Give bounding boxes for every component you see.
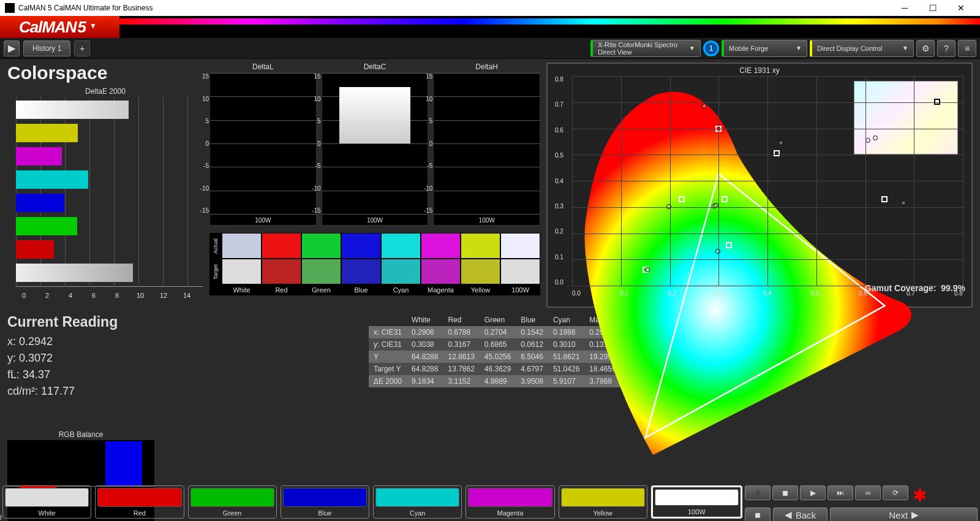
tab-history-1[interactable]: History 1 <box>23 40 70 56</box>
swatch-target-blue <box>341 259 381 284</box>
gamut-coverage: Gamut Coverage: 99.9% <box>865 283 965 293</box>
settings-button[interactable]: ⚙ <box>916 40 935 57</box>
cie-panel: CIE 1931 xy 0.00.10.20.30.40.50.60.70.8 … <box>546 63 973 308</box>
deltae-bar-yellow <box>16 124 78 142</box>
reading-count-badge[interactable]: 1 <box>703 40 719 56</box>
window-title: CalMAN 5 CalMAN Ultimate for Business <box>18 4 153 12</box>
stop-button[interactable]: ◼ <box>772 485 798 500</box>
app-icon <box>5 3 15 13</box>
window-titlebar: CalMAN 5 CalMAN Ultimate for Business ─ … <box>0 0 980 16</box>
play-controls: ◾ ◼ ▶ ⏭ ∞ ⟳ ✱ ◼ ◀ Back Next ▶ <box>745 485 978 519</box>
page-title: Colorspace <box>7 63 203 83</box>
chevron-down-icon: ▼ <box>689 45 695 52</box>
cie-inset <box>854 81 958 154</box>
deltae-bar-magenta <box>16 147 62 165</box>
close-button[interactable]: ✕ <box>947 0 975 16</box>
spectrum-bar <box>119 18 980 25</box>
delta-panel: DeltaL 151050-5-10-15100W DeltaC 151050-… <box>209 63 540 308</box>
rgb-bar-B <box>105 441 142 486</box>
deltae-bar-100w <box>16 264 133 282</box>
swatch-button-cyan[interactable]: Cyan <box>373 485 462 519</box>
deltae-title: DeltaE 2000 <box>7 87 203 96</box>
swatch-target-yellow <box>461 259 500 284</box>
swatch-target-white <box>222 259 262 284</box>
deltae-bar-cyan <box>16 170 88 189</box>
swatch-button-red[interactable]: Red <box>95 485 184 519</box>
brand-logo[interactable]: CalMAN 5 ▼ <box>0 16 119 38</box>
swatch-actual-100w <box>500 233 540 259</box>
swatch-target-magenta <box>421 259 461 284</box>
menu-icon: ≡ <box>965 44 970 53</box>
swatch-target-green <box>301 259 341 284</box>
source-selector[interactable]: Mobile Forge ▼ <box>722 40 807 57</box>
deltae-bar-blue <box>16 194 64 212</box>
menu-button[interactable]: ≡ <box>958 40 976 57</box>
chevron-down-icon: ▼ <box>796 45 802 52</box>
tab-bar: ▶ History 1 + X-Rite ColorMunki Spectro … <box>0 38 980 59</box>
swatch-target-red <box>262 259 301 284</box>
deltae-bar-green <box>16 217 77 235</box>
swatch-table: Actual Target WhiteRedGreenBlueCyanMagen… <box>209 233 540 295</box>
swatch-button-white[interactable]: White <box>2 485 91 519</box>
bottom-bar: WhiteRedGreenBlueCyanMagentaYellow100W ◾… <box>2 485 978 519</box>
swatch-actual-white <box>222 233 262 259</box>
deltae-chart: 02468101214 <box>7 97 203 299</box>
swatch-actual-magenta <box>421 233 461 259</box>
deltae-bar-white <box>16 101 129 119</box>
add-tab-button[interactable]: + <box>74 40 90 56</box>
deltah-chart: DeltaH 151050-5-10-15100W <box>433 63 540 228</box>
star-icon: ✱ <box>913 485 927 506</box>
deltac-bar <box>339 87 411 143</box>
swatch-target-cyan <box>381 259 421 284</box>
display-selector[interactable]: Direct Display Control ▼ <box>810 40 914 57</box>
stop-large-button[interactable]: ◼ <box>745 508 771 521</box>
help-button[interactable]: ? <box>937 40 956 57</box>
swatch-actual-red <box>262 233 301 259</box>
deltae-bar-red <box>16 240 54 259</box>
refresh-button[interactable]: ⟳ <box>883 485 908 500</box>
chevron-down-icon[interactable]: ▼ <box>89 21 100 32</box>
swatch-target-100w <box>500 259 540 284</box>
skip-button[interactable]: ⏭ <box>827 485 853 500</box>
colorspace-panel: Colorspace DeltaE 2000 02468101214 <box>7 63 203 308</box>
play-button[interactable]: ▶ <box>800 485 826 500</box>
loop-button[interactable]: ∞ <box>855 485 881 500</box>
swatch-button-blue[interactable]: Blue <box>281 485 369 519</box>
swatch-button-yellow[interactable]: Yellow <box>559 485 647 519</box>
gear-icon: ⚙ <box>922 44 930 53</box>
cie-chart: 0.00.10.20.30.40.50.60.70.8 0.00.10.20.3… <box>572 76 963 297</box>
chevron-down-icon: ▼ <box>902 45 908 52</box>
swatch-actual-yellow <box>461 233 500 259</box>
minimize-button[interactable]: ─ <box>891 0 919 16</box>
play-button[interactable]: ▶ <box>4 40 20 56</box>
maximize-button[interactable]: ☐ <box>919 0 947 16</box>
swatch-actual-blue <box>341 233 381 259</box>
swatch-button-magenta[interactable]: Magenta <box>466 485 554 519</box>
stop-small-button[interactable]: ◾ <box>745 485 771 500</box>
swatch-button-green[interactable]: Green <box>188 485 277 519</box>
next-button[interactable]: Next ▶ <box>830 508 978 521</box>
help-icon: ? <box>944 44 949 53</box>
swatch-button-100w[interactable]: 100W <box>651 485 742 519</box>
app-header: CalMAN 5 ▼ <box>0 16 980 38</box>
deltac-chart: DeltaC 151050-5-10-15100W <box>322 63 429 228</box>
swatch-actual-green <box>301 233 341 259</box>
current-reading: Current Reading x: 0.2942 y: 0.3072 fL: … <box>7 314 203 424</box>
back-button[interactable]: ◀ Back <box>773 508 827 521</box>
swatch-actual-cyan <box>381 233 421 259</box>
deltal-chart: DeltaL 151050-5-10-15100W <box>209 63 317 228</box>
meter-selector[interactable]: X-Rite ColorMunki Spectro Direct View ▼ <box>590 40 701 57</box>
